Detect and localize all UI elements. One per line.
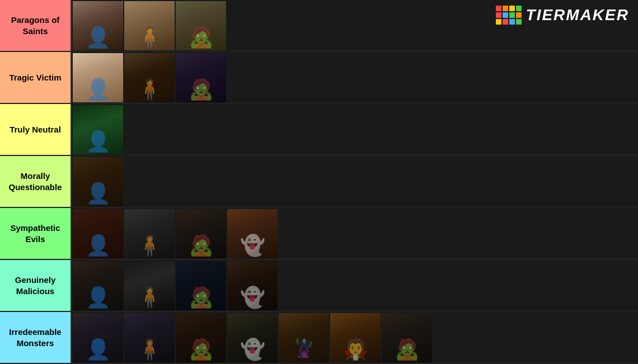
tier-label-morally: Morally Questionable (0, 156, 71, 207)
tier-item-p2[interactable]: 🧍 (124, 1, 175, 50)
logo-text: TiERMAKER (526, 6, 629, 24)
char-thumbnail-i6: 🧛 (330, 313, 381, 362)
tier-row-morally: Morally Questionable👤 (0, 156, 638, 208)
tier-item-g1[interactable]: 👤 (73, 261, 123, 310)
logo-grid-cell (516, 12, 522, 18)
char-thumbnail-i4: 👻 (227, 313, 278, 362)
char-thumbnail-m1: 👤 (73, 157, 123, 206)
tier-item-i4[interactable]: 👻 (227, 313, 278, 362)
tier-label-tragic: Tragic Victim (0, 52, 71, 103)
tier-label-genuinely: Genuinely Malicious (0, 260, 71, 311)
char-thumbnail-g4: 👻 (227, 261, 278, 310)
char-thumbnail-i5: 🦹 (279, 313, 329, 362)
tier-item-n1[interactable]: 👤 (73, 105, 123, 154)
tier-item-i5[interactable]: 🦹 (279, 313, 329, 362)
logo-grid (496, 6, 522, 25)
tier-item-i7[interactable]: 🧟 (382, 313, 432, 362)
char-thumbnail-g2: 🧍 (124, 261, 175, 310)
tier-item-g3[interactable]: 🧟 (176, 261, 226, 310)
tier-item-t1[interactable]: 👤 (73, 53, 123, 102)
char-thumbnail-t2: 🧍 (124, 53, 175, 102)
tier-item-s4[interactable]: 👻 (227, 209, 278, 258)
logo-grid-cell (516, 6, 522, 11)
char-thumbnail-t1: 👤 (73, 53, 123, 102)
tier-item-t2[interactable]: 🧍 (124, 53, 175, 102)
tier-items-neutral: 👤 (71, 104, 638, 155)
tier-row-neutral: Truly Neutral👤 (0, 104, 638, 156)
logo-grid-cell (509, 6, 515, 11)
char-thumbnail-i1: 👤 (73, 313, 123, 362)
logo-grid-cell (503, 6, 508, 11)
char-thumbnail-s1: 👤 (73, 209, 123, 258)
tier-item-i6[interactable]: 🧛 (330, 313, 381, 362)
char-thumbnail-s2: 🧍 (124, 209, 175, 258)
tier-item-p3[interactable]: 🧟 (176, 1, 226, 50)
char-thumbnail-s4: 👻 (227, 209, 278, 258)
tier-item-s1[interactable]: 👤 (73, 209, 123, 258)
char-thumbnail-s3: 🧟 (176, 209, 226, 258)
tier-items-irredeemable: 👤🧍🧟👻🦹🧛🧟 (71, 312, 638, 363)
char-thumbnail-g3: 🧟 (176, 261, 226, 310)
tier-item-i2[interactable]: 🧍 (124, 313, 175, 362)
tier-item-g4[interactable]: 👻 (227, 261, 278, 310)
tier-item-t3[interactable]: 🧟 (176, 53, 226, 102)
logo-grid-cell (503, 19, 508, 25)
char-thumbnail-p2: 🧍 (124, 1, 175, 50)
logo-grid-cell (496, 6, 501, 11)
tier-item-m1[interactable]: 👤 (73, 157, 123, 206)
tier-item-p1[interactable]: 👤 (73, 1, 123, 50)
tier-item-i1[interactable]: 👤 (73, 313, 123, 362)
tier-row-irredeemable: Irredeemable Monsters👤🧍🧟👻🦹🧛🧟 (0, 312, 638, 364)
tier-item-s2[interactable]: 🧍 (124, 209, 175, 258)
tiermaker-logo: TiERMAKER (496, 6, 629, 25)
tier-label-sympathetic: Sympathetic Evils (0, 208, 71, 259)
tier-items-tragic: 👤🧍🧟 (71, 52, 638, 103)
char-thumbnail-p3: 🧟 (176, 1, 226, 50)
tier-item-i3[interactable]: 🧟 (176, 313, 226, 362)
tier-label-irredeemable: Irredeemable Monsters (0, 312, 71, 363)
logo-grid-cell (496, 19, 501, 25)
char-thumbnail-i7: 🧟 (382, 313, 432, 362)
tier-row-genuinely: Genuinely Malicious👤🧍🧟👻 (0, 260, 638, 312)
tier-label-neutral: Truly Neutral (0, 104, 71, 155)
tier-items-morally: 👤 (71, 156, 638, 207)
tier-items-sympathetic: 👤🧍🧟👻 (71, 208, 638, 259)
tier-row-sympathetic: Sympathetic Evils👤🧍🧟👻 (0, 208, 638, 260)
logo-grid-cell (516, 19, 522, 25)
tier-label-paragons: Paragons of Saints (0, 0, 71, 51)
logo-grid-cell (509, 12, 515, 18)
char-thumbnail-p1: 👤 (73, 1, 123, 50)
char-thumbnail-t3: 🧟 (176, 53, 226, 102)
char-thumbnail-g1: 👤 (73, 261, 123, 310)
logo-grid-cell (509, 19, 515, 25)
tier-list: Paragons of Saints👤🧍🧟Tragic Victim👤🧍🧟Tru… (0, 0, 638, 364)
tier-row-tragic: Tragic Victim👤🧍🧟 (0, 52, 638, 104)
char-thumbnail-n1: 👤 (73, 105, 123, 154)
tier-item-g2[interactable]: 🧍 (124, 261, 175, 310)
tier-item-s3[interactable]: 🧟 (176, 209, 226, 258)
char-thumbnail-i3: 🧟 (176, 313, 226, 362)
tier-items-genuinely: 👤🧍🧟👻 (71, 260, 638, 311)
logo-grid-cell (503, 12, 508, 18)
logo-grid-cell (496, 12, 501, 18)
char-thumbnail-i2: 🧍 (124, 313, 175, 362)
